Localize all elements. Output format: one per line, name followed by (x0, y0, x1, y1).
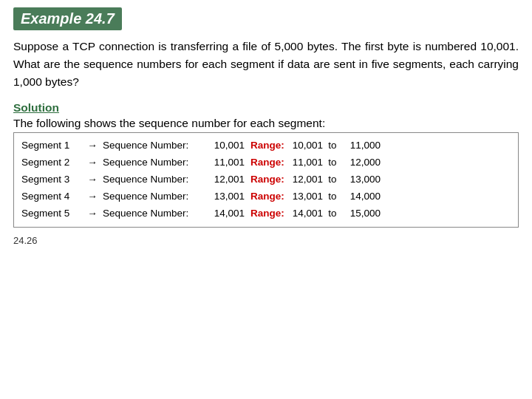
seq-num-label: Sequence Number: (103, 137, 206, 154)
range-to-value: 13,000 (342, 171, 381, 188)
table-row: Segment 3 → Sequence Number: 12,001 Rang… (21, 171, 511, 188)
footer: 24.26 (13, 235, 519, 246)
range-to-word: to (323, 137, 342, 154)
segment-label: Segment 2 (21, 154, 82, 171)
arrow-icon: → (82, 171, 103, 188)
seq-num-value: 13,001 (206, 188, 245, 205)
segment-label: Segment 4 (21, 188, 82, 205)
segment-label: Segment 3 (21, 171, 82, 188)
range-to-word: to (323, 188, 342, 205)
range-to-word: to (323, 205, 342, 222)
range-to-value: 15,000 (342, 205, 381, 222)
arrow-icon: → (82, 137, 103, 154)
arrow-icon: → (82, 154, 103, 171)
sequence-table: Segment 1 → Sequence Number: 10,001 Rang… (13, 132, 519, 228)
seq-num-label: Sequence Number: (103, 205, 206, 222)
table-row: Segment 1 → Sequence Number: 10,001 Rang… (21, 137, 511, 154)
table-row: Segment 5 → Sequence Number: 14,001 Rang… (21, 205, 511, 222)
range-to-value: 11,000 (342, 137, 381, 154)
range-label: Range: (245, 171, 287, 188)
seq-num-value: 12,001 (206, 171, 245, 188)
solution-text: The following shows the sequence number … (13, 117, 325, 129)
range-from: 12,001 (287, 171, 323, 188)
table-row: Segment 4 → Sequence Number: 13,001 Rang… (21, 188, 511, 205)
seq-num-label: Sequence Number: (103, 154, 206, 171)
range-from: 14,001 (287, 205, 323, 222)
range-label: Range: (245, 188, 287, 205)
table-row: Segment 2 → Sequence Number: 11,001 Rang… (21, 154, 511, 171)
range-label: Range: (245, 154, 287, 171)
segment-label: Segment 1 (21, 137, 82, 154)
title-bar: Example 24.7 (13, 7, 122, 30)
seq-num-value: 11,001 (206, 154, 245, 171)
arrow-icon: → (82, 205, 103, 222)
range-from: 10,001 (287, 137, 323, 154)
seq-num-label: Sequence Number: (103, 188, 206, 205)
range-from: 13,001 (287, 188, 323, 205)
range-to-value: 14,000 (342, 188, 381, 205)
solution-section: Solution The following shows the sequenc… (13, 101, 519, 132)
seq-num-label: Sequence Number: (103, 171, 206, 188)
range-to-value: 12,000 (342, 154, 381, 171)
main-paragraph: Suppose a TCP connection is transferring… (13, 38, 519, 91)
range-to-word: to (323, 171, 342, 188)
range-label: Range: (245, 137, 287, 154)
range-label: Range: (245, 205, 287, 222)
seq-num-value: 10,001 (206, 137, 245, 154)
arrow-icon: → (82, 188, 103, 205)
segment-label: Segment 5 (21, 205, 82, 222)
solution-label: Solution (13, 101, 59, 114)
range-to-word: to (323, 154, 342, 171)
seq-num-value: 14,001 (206, 205, 245, 222)
range-from: 11,001 (287, 154, 323, 171)
